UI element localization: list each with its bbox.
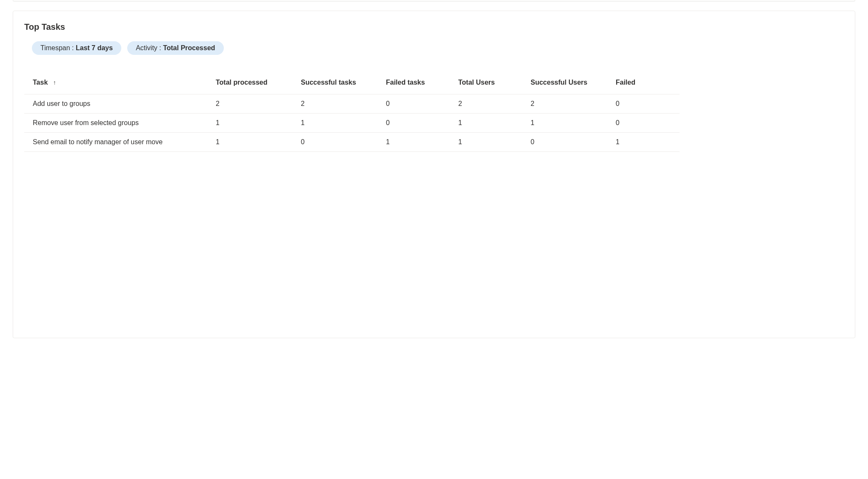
cell-failed-tasks: 1 xyxy=(377,133,450,152)
column-header-successful-tasks[interactable]: Successful tasks xyxy=(292,73,377,94)
cell-successful-tasks: 0 xyxy=(292,133,377,152)
table-row[interactable]: Send email to notify manager of user mov… xyxy=(24,133,680,152)
column-header-total-processed[interactable]: Total processed xyxy=(207,73,292,94)
cell-successful-tasks: 2 xyxy=(292,94,377,114)
cell-total-processed: 1 xyxy=(207,114,292,133)
table-header-row: Task ↑ Total processed Successful tasks … xyxy=(24,73,680,94)
cell-total-users: 2 xyxy=(450,94,522,114)
cell-failed: 1 xyxy=(607,133,680,152)
column-header-task-label: Task xyxy=(33,79,48,86)
cell-successful-users: 0 xyxy=(522,133,607,152)
timespan-filter-value: Last 7 days xyxy=(76,44,113,51)
column-header-task[interactable]: Task ↑ xyxy=(24,73,207,94)
timespan-filter-pill[interactable]: Timespan : Last 7 days xyxy=(32,41,121,55)
cell-failed: 0 xyxy=(607,114,680,133)
cell-total-processed: 1 xyxy=(207,133,292,152)
cell-task: Add user to groups xyxy=(24,94,207,114)
table-row[interactable]: Remove user from selected groups 1 1 0 1… xyxy=(24,114,680,133)
filter-pills: Timespan : Last 7 days Activity : Total … xyxy=(32,41,855,55)
cell-successful-users: 1 xyxy=(522,114,607,133)
cell-total-users: 1 xyxy=(450,114,522,133)
column-header-failed[interactable]: Failed xyxy=(607,73,680,94)
tasks-table-wrapper: Task ↑ Total processed Successful tasks … xyxy=(24,73,855,152)
cell-failed-tasks: 0 xyxy=(377,94,450,114)
activity-filter-pill[interactable]: Activity : Total Processed xyxy=(127,41,223,55)
cell-successful-users: 2 xyxy=(522,94,607,114)
sort-ascending-icon: ↑ xyxy=(53,80,56,86)
cell-successful-tasks: 1 xyxy=(292,114,377,133)
cell-task: Send email to notify manager of user mov… xyxy=(24,133,207,152)
timespan-filter-label: Timespan : xyxy=(40,44,76,51)
top-divider xyxy=(13,0,855,1)
activity-filter-label: Activity : xyxy=(136,44,163,51)
card-title: Top Tasks xyxy=(24,22,855,32)
table-row[interactable]: Add user to groups 2 2 0 2 2 0 xyxy=(24,94,680,114)
column-header-failed-tasks[interactable]: Failed tasks xyxy=(377,73,450,94)
cell-total-processed: 2 xyxy=(207,94,292,114)
cell-failed-tasks: 0 xyxy=(377,114,450,133)
top-tasks-card: Top Tasks Timespan : Last 7 days Activit… xyxy=(13,11,855,338)
column-header-total-users[interactable]: Total Users xyxy=(450,73,522,94)
activity-filter-value: Total Processed xyxy=(163,44,215,51)
column-header-successful-users[interactable]: Successful Users xyxy=(522,73,607,94)
tasks-table: Task ↑ Total processed Successful tasks … xyxy=(24,73,680,152)
cell-total-users: 1 xyxy=(450,133,522,152)
cell-failed: 0 xyxy=(607,94,680,114)
cell-task: Remove user from selected groups xyxy=(24,114,207,133)
